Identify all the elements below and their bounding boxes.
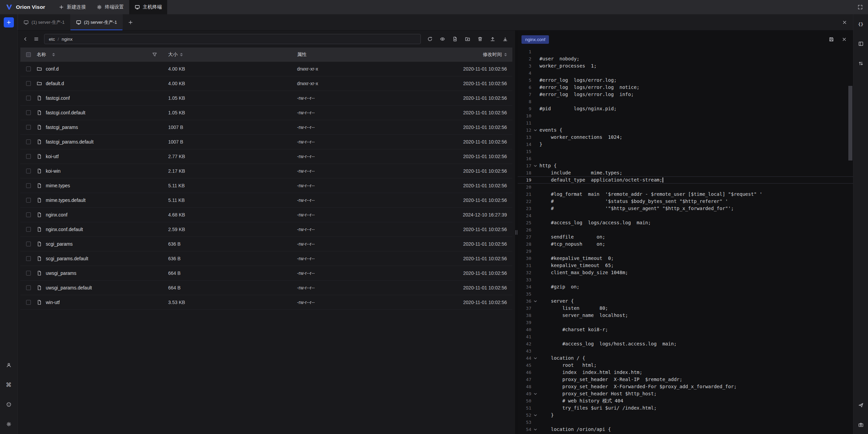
file-row[interactable]: koi-win2.17 KB-rw-r--r--2020-11-01 10:02… (20, 164, 512, 178)
code-line[interactable]: 25 #access_log logs/access.log main; (518, 219, 853, 226)
eye-button[interactable] (437, 34, 448, 44)
editor-scrollbar-thumb[interactable] (848, 86, 852, 161)
download-button[interactable] (500, 34, 510, 44)
new-file-button[interactable] (450, 34, 460, 44)
code-line[interactable]: 23 # '"$http_user_agent" "$http_x_forwar… (518, 205, 853, 212)
code-line[interactable]: 44 location / { (518, 355, 853, 362)
code-line[interactable]: 9#pid logs/nginx.pid; (518, 105, 853, 112)
row-checkbox[interactable] (26, 96, 31, 100)
code-line[interactable]: 52 } (518, 412, 853, 419)
file-row[interactable]: scgi_params636 B-rw-r--r--2020-11-01 10:… (20, 237, 512, 251)
code-line[interactable]: 33 (518, 276, 853, 283)
file-row[interactable]: fastcgi.conf1.05 KB-rw-r--r--2020-11-01 … (20, 91, 512, 106)
code-line[interactable]: 15 (518, 148, 853, 155)
refresh-button[interactable] (425, 34, 435, 44)
file-row[interactable]: nginx.conf.default2.59 KB-rw-r--r--2020-… (20, 222, 512, 237)
code-editor[interactable]: 12#user nobody;3worker_processes 1;45#er… (518, 48, 853, 434)
code-line[interactable]: 54 location /orion/api { (518, 426, 853, 433)
file-row[interactable]: default.d4.00 KBdrwxr-xr-x2020-11-01 10:… (20, 76, 512, 91)
code-line[interactable]: 36 server { (518, 298, 853, 305)
row-checkbox[interactable] (26, 154, 31, 159)
theme-button[interactable] (4, 399, 14, 410)
code-line[interactable]: 1 (518, 48, 853, 55)
code-line[interactable]: 11 (518, 119, 853, 127)
filter-icon[interactable] (152, 52, 157, 57)
code-line[interactable]: 51 try_files $uri $uri/ /index.html; (518, 404, 853, 412)
code-line[interactable]: 13 worker_connections 1024; (518, 134, 853, 141)
code-line[interactable]: 49 proxy_set_header Host $http_host; (518, 390, 853, 397)
row-checkbox[interactable] (26, 271, 31, 276)
row-checkbox[interactable] (26, 198, 31, 203)
settings-button[interactable] (4, 419, 14, 429)
braces-button[interactable]: {} (856, 19, 866, 29)
code-line[interactable]: 14} (518, 141, 853, 148)
code-line[interactable]: 48 proxy_set_header X-Forwarded-For $pro… (518, 383, 853, 390)
code-line[interactable]: 29 (518, 248, 853, 255)
add-tab-button[interactable] (125, 17, 136, 27)
row-checkbox[interactable] (26, 125, 31, 130)
user-button[interactable] (4, 360, 14, 370)
upload-button[interactable] (488, 34, 498, 44)
sort-name-icon[interactable] (52, 53, 55, 56)
panel-splitter[interactable] (515, 31, 518, 434)
save-file-button[interactable] (826, 34, 836, 44)
back-button[interactable] (20, 34, 31, 44)
code-line[interactable]: 46 index index.html index.htm; (518, 369, 853, 376)
fullscreen-button[interactable] (855, 2, 865, 12)
code-line[interactable]: 43 (518, 347, 853, 355)
code-line[interactable]: 45 root html; (518, 362, 853, 369)
file-row[interactable]: mime.types.default5.11 KB-rw-r--r--2020-… (20, 193, 512, 208)
code-line[interactable]: 37 listen 80; (518, 305, 853, 312)
sort-mtime-icon[interactable] (504, 53, 507, 56)
file-row[interactable]: mime.types5.11 KB-rw-r--r--2020-11-01 10… (20, 178, 512, 193)
file-row[interactable]: fastcgi_params.default1007 B-rw-r--r--20… (20, 135, 512, 149)
code-line[interactable]: 20 (518, 184, 853, 191)
row-checkbox[interactable] (26, 169, 31, 173)
file-row[interactable]: uwsgi_params.default664 B-rw-r--r--2020-… (20, 281, 512, 295)
row-checkbox[interactable] (26, 285, 31, 290)
file-row[interactable]: nginx.conf4.68 KB-rw-r--r--2024-12-10 16… (20, 208, 512, 222)
file-row[interactable]: fastcgi_params1007 B-rw-r--r--2020-11-01… (20, 120, 512, 135)
code-line[interactable]: 41 (518, 333, 853, 340)
editor-file-badge[interactable]: nginx.conf (521, 35, 549, 44)
row-checkbox[interactable] (26, 183, 31, 188)
tab-session-2[interactable]: (2) server-生产-1 (71, 14, 123, 30)
code-line[interactable]: 26 (518, 226, 853, 233)
fold-chevron-icon[interactable] (531, 356, 539, 361)
code-line[interactable]: 32 client_max_body_size 1048m; (518, 269, 853, 276)
code-line[interactable]: 39 (518, 319, 853, 326)
code-line[interactable]: 3worker_processes 1; (518, 62, 853, 70)
fold-chevron-icon[interactable] (531, 391, 539, 397)
code-line[interactable]: 40 #charset koi8-r; (518, 326, 853, 333)
send-button[interactable] (856, 400, 866, 410)
camera-button[interactable] (856, 420, 866, 430)
file-row[interactable]: fastcgi.conf.default1.05 KB-rw-r--r--202… (20, 106, 512, 120)
code-line[interactable]: 19 default_type application/octet-stream… (518, 176, 853, 184)
code-line[interactable]: 6#error_log logs/error.log notice; (518, 84, 853, 91)
code-line[interactable]: 7#error_log logs/error.log info; (518, 91, 853, 98)
path-segment-etc[interactable]: etc (49, 37, 55, 42)
code-line[interactable]: 47 proxy_set_header X-Real-IP $remote_ad… (518, 376, 853, 383)
fold-chevron-icon[interactable] (531, 128, 539, 133)
code-line[interactable]: 22 # '$status $body_bytes_sent "$http_re… (518, 198, 853, 205)
transfer-button[interactable] (856, 58, 866, 69)
code-line[interactable]: 53 (518, 419, 853, 426)
code-line[interactable]: 28 #tcp_nopush on; (518, 241, 853, 248)
file-row[interactable]: win-utf3.53 KB-rw-r--r--2020-11-01 10:02… (20, 295, 512, 310)
code-line[interactable]: 4 (518, 70, 853, 77)
select-all-checkbox[interactable] (26, 52, 31, 57)
file-row[interactable]: scgi_params.default636 B-rw-r--r--2020-1… (20, 251, 512, 266)
code-line[interactable]: 31 keepalive_timeout 65; (518, 262, 853, 269)
code-line[interactable]: 5#error_log logs/error.log; (518, 77, 853, 84)
list-view-button[interactable] (31, 34, 41, 44)
tab-session-1[interactable]: (1) server-生产-1 (18, 14, 71, 30)
row-checkbox[interactable] (26, 212, 31, 217)
command-button[interactable]: ⌘ (4, 380, 14, 390)
row-checkbox[interactable] (26, 227, 31, 232)
code-line[interactable]: 2#user nobody; (518, 55, 853, 62)
close-editor-button[interactable] (839, 34, 849, 44)
row-checkbox[interactable] (26, 242, 31, 246)
code-line[interactable]: 38 server_name localhost; (518, 312, 853, 319)
new-connection-quick-button[interactable] (4, 17, 14, 27)
panel-layout-button[interactable] (856, 39, 866, 49)
